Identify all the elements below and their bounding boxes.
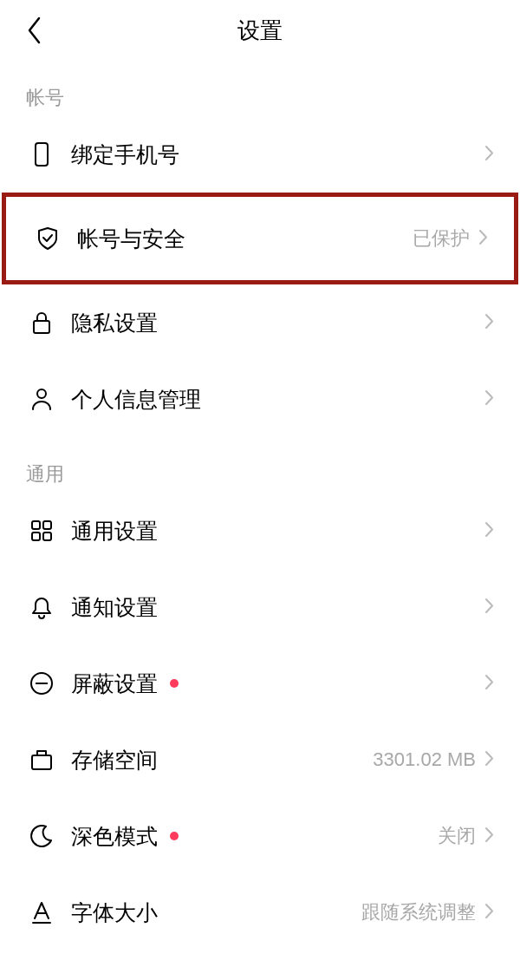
item-value: 跟随系统调整	[361, 899, 476, 925]
shield-check-icon	[32, 223, 63, 254]
chevron-right-icon	[484, 145, 494, 165]
header: 设置	[0, 0, 520, 61]
moon-icon	[26, 820, 57, 852]
item-notifications[interactable]: 通知设置	[0, 569, 520, 645]
bell-icon	[26, 591, 57, 623]
chevron-right-icon	[484, 521, 494, 541]
chevron-right-icon	[478, 229, 488, 249]
red-dot-icon	[170, 679, 179, 688]
item-label: 通用设置	[71, 517, 484, 546]
highlight-account-security: 帐号与安全 已保护	[2, 193, 518, 284]
item-general-settings[interactable]: 通用设置	[0, 493, 520, 569]
svg-rect-3	[32, 521, 40, 529]
item-label: 通知设置	[71, 593, 484, 622]
lock-icon	[26, 307, 57, 338]
svg-rect-9	[32, 755, 51, 769]
svg-rect-0	[36, 143, 48, 166]
item-label: 字体大小	[71, 898, 361, 927]
item-value: 3301.02 MB	[373, 748, 476, 771]
section-header-account: 帐号	[0, 61, 520, 116]
item-label: 存储空间	[71, 746, 373, 774]
item-label: 个人信息管理	[71, 385, 484, 414]
item-dark-mode[interactable]: 深色模式 关闭	[0, 798, 520, 874]
svg-rect-4	[43, 521, 51, 529]
page-title: 设置	[237, 16, 283, 46]
item-label: 深色模式	[71, 822, 438, 851]
item-privacy[interactable]: 隐私设置	[0, 284, 520, 361]
item-storage[interactable]: 存储空间 3301.02 MB	[0, 722, 520, 798]
font-icon	[26, 897, 57, 928]
grid-icon	[26, 515, 57, 546]
item-value: 已保护	[413, 225, 470, 252]
item-value: 关闭	[438, 823, 476, 849]
item-account-security[interactable]: 帐号与安全 已保护	[6, 197, 514, 280]
back-button[interactable]	[17, 13, 52, 48]
section-header-general: 通用	[0, 437, 520, 493]
item-font-size[interactable]: 字体大小 跟随系统调整	[0, 874, 520, 951]
back-icon	[26, 16, 43, 45]
red-dot-icon	[170, 832, 179, 840]
svg-rect-1	[34, 321, 49, 333]
chevron-right-icon	[484, 389, 494, 409]
chevron-right-icon	[484, 598, 494, 617]
chevron-right-icon	[484, 826, 494, 846]
item-block[interactable]: 屏蔽设置	[0, 645, 520, 722]
person-icon	[26, 383, 57, 415]
item-label-text: 屏蔽设置	[71, 670, 158, 698]
chevron-right-icon	[484, 674, 494, 694]
item-label: 屏蔽设置	[71, 670, 484, 698]
svg-point-2	[37, 389, 46, 398]
svg-rect-5	[32, 532, 40, 540]
chevron-right-icon	[484, 903, 494, 923]
storage-icon	[26, 744, 57, 775]
item-label: 绑定手机号	[71, 140, 484, 169]
phone-icon	[26, 139, 57, 170]
chevron-right-icon	[484, 313, 494, 333]
chevron-right-icon	[484, 750, 494, 770]
item-label: 帐号与安全	[77, 225, 413, 253]
item-personal-info[interactable]: 个人信息管理	[0, 361, 520, 437]
item-label-text: 深色模式	[71, 822, 158, 851]
item-bind-phone[interactable]: 绑定手机号	[0, 116, 520, 193]
minus-circle-icon	[26, 668, 57, 699]
svg-rect-6	[43, 532, 51, 540]
item-label: 隐私设置	[71, 309, 484, 337]
